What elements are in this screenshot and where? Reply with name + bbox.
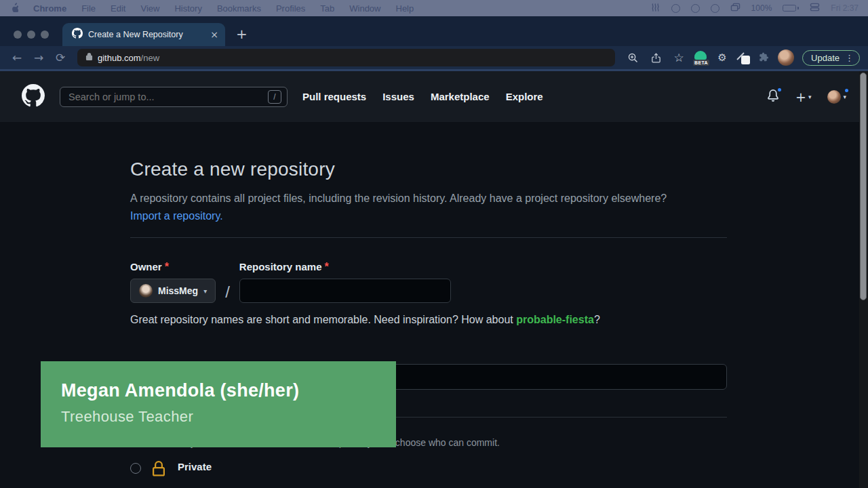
user-switch-icon[interactable] [810,3,820,14]
bookmark-star-icon[interactable]: ☆ [669,49,688,66]
shortcuts-icon[interactable] [651,3,660,14]
owner-name: MissMeg [158,285,198,296]
presenter-role: Treehouse Teacher [61,408,396,426]
required-asterisk: * [325,261,329,272]
reload-button[interactable]: ⟳ [52,51,69,64]
menu-edit[interactable]: Edit [111,3,125,14]
chevron-down-icon: ▾ [808,94,812,100]
search-input[interactable] [68,92,268,102]
owner-label: Owner [130,261,162,272]
status-badge-icon[interactable] [711,4,719,13]
apple-menu-icon[interactable] [9,2,18,15]
menu-history[interactable]: History [174,3,201,14]
page-scrollbar[interactable] [859,71,868,488]
status-coin-icon[interactable] [671,4,680,13]
private-option-row[interactable]: Private [130,461,727,480]
page-title: Create a new repository [130,122,727,180]
repo-name-label: Repository name [239,261,322,272]
suggested-repo-name[interactable]: probable-fiesta [516,314,594,325]
menu-profiles[interactable]: Profiles [276,3,305,14]
owner-repo-separator: / [225,261,230,303]
chrome-profile-avatar[interactable] [778,49,794,66]
repository-name-input[interactable] [239,279,451,303]
url-path: /new [141,53,159,63]
menubar-clock[interactable]: Fri 2:37 [831,3,859,13]
avatar-notification-dot [844,87,850,94]
menu-view[interactable]: View [140,3,159,14]
window-minimize-icon[interactable] [27,30,35,39]
zoom-icon[interactable] [623,49,642,66]
menu-tab[interactable]: Tab [320,3,334,14]
tab-title: Create a New Repository [88,30,205,39]
github-avatar[interactable] [827,90,841,104]
nav-marketplace[interactable]: Marketplace [431,91,490,102]
owner-avatar [139,284,153,298]
tab-close-icon[interactable]: × [210,29,218,40]
owner-select-button[interactable]: MissMeg ▾ [130,279,216,303]
battery-percent: 100% [751,3,772,13]
lock-icon [85,52,93,64]
notifications-bell-icon[interactable] [767,89,779,104]
menu-window[interactable]: Window [349,3,380,14]
macos-menubar: Chrome File Edit View History Bookmarks … [0,0,868,16]
share-icon[interactable] [646,49,665,66]
github-favicon [72,28,83,41]
notification-dot [776,87,783,93]
required-asterisk: * [165,261,169,272]
beta-extension-icon[interactable]: BETA [692,49,709,66]
chrome-menu-icon[interactable]: ⋮ [845,53,854,63]
menu-chrome[interactable]: Chrome [33,3,66,14]
github-page-body: Create a new repository A repository con… [0,122,868,488]
nav-explore[interactable]: Explore [506,91,543,102]
status-circle-icon[interactable] [691,4,700,13]
nav-issues[interactable]: Issues [382,91,414,102]
owner-column: Owner* MissMeg ▾ [130,261,216,303]
chevron-down-icon: ▾ [843,94,846,100]
browser-toolbar: ← → ⟳ github.com/new ☆ BETA ⚙ Update ⋮ [0,46,868,69]
mission-control-icon[interactable] [730,3,741,14]
new-tab-button[interactable]: + [225,26,258,46]
update-button[interactable]: Update ⋮ [802,50,860,66]
section-divider [130,237,727,238]
slash-key-hint: / [268,90,281,104]
presenter-overlay-card: Megan Amendola (she/her) Treehouse Teach… [41,361,396,447]
import-repository-link[interactable]: Import a repository. [130,210,223,222]
chevron-down-icon: ▾ [203,287,207,295]
github-search-box[interactable]: / [60,87,288,107]
presenter-name: Megan Amendola (she/her) [61,380,396,401]
github-nav: Pull requests Issues Marketplace Explore [302,91,543,102]
back-button[interactable]: ← [8,51,26,64]
battery-icon[interactable] [783,5,799,12]
address-bar[interactable]: github.com/new [77,49,615,66]
window-close-icon[interactable] [14,30,22,39]
owner-repo-row: Owner* MissMeg ▾ / Repository name* [130,261,727,303]
nav-pull-requests[interactable]: Pull requests [302,91,366,102]
window-zoom-icon[interactable] [41,30,49,39]
create-new-dropdown[interactable]: +▾ [795,89,811,104]
profile-menu[interactable]: ▾ [827,90,846,104]
menu-file[interactable]: File [81,3,96,14]
intro-text: A repository contains all project files,… [130,190,693,225]
picker-extension-icon[interactable] [736,50,751,65]
lock-icon [151,461,167,480]
name-hint: Great repository names are short and mem… [130,314,727,326]
github-header: / Pull requests Issues Marketplace Explo… [0,71,868,122]
devtools-extension-icon[interactable]: ⚙ [713,49,732,66]
url-host: github.com [98,53,141,63]
menu-bookmarks[interactable]: Bookmarks [217,3,261,14]
forward-button[interactable]: → [30,51,47,64]
window-controls [0,30,62,46]
scrollbar-thumb[interactable] [860,73,867,300]
browser-tab[interactable]: Create a New Repository × [62,23,225,46]
extensions-puzzle-icon[interactable] [755,49,774,66]
repo-name-column: Repository name* [239,261,451,303]
tab-strip: Create a New Repository × + [0,16,868,46]
private-radio[interactable] [130,463,141,474]
private-label: Private [178,461,212,472]
github-logo-icon[interactable] [22,84,45,110]
menu-help[interactable]: Help [396,3,414,14]
